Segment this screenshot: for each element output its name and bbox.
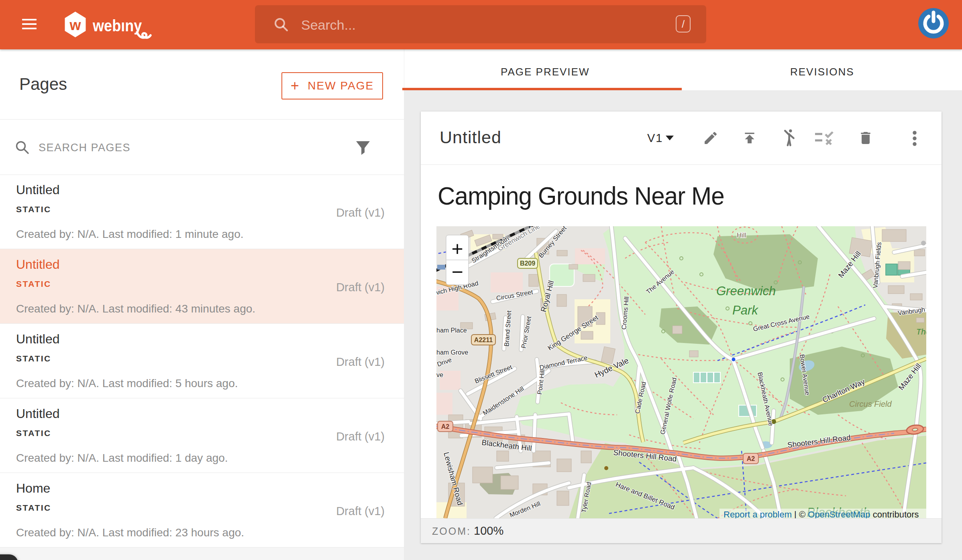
svg-text:A2: A2 <box>441 423 450 430</box>
svg-text:Greenwich: Greenwich <box>716 284 776 298</box>
svg-text:−: − <box>451 261 463 283</box>
svg-text:Hill: Hill <box>737 231 746 239</box>
svg-text:A2211: A2211 <box>474 337 493 343</box>
svg-text:A2: A2 <box>747 455 755 462</box>
svg-text:ham Grove: ham Grove <box>436 349 468 356</box>
svg-text:B209: B209 <box>520 260 535 267</box>
svg-text:ham Place: ham Place <box>436 327 467 334</box>
svg-text:The: The <box>916 327 926 336</box>
svg-text:ve: ve <box>436 371 443 378</box>
svg-text:Park: Park <box>732 303 758 317</box>
svg-text:+: + <box>451 237 463 260</box>
svg-text:Report a problem | © OpenStree: Report a problem | © OpenStreetMap contr… <box>724 509 919 518</box>
svg-text:Circus Field: Circus Field <box>849 400 892 408</box>
svg-text:w: w <box>69 17 81 33</box>
